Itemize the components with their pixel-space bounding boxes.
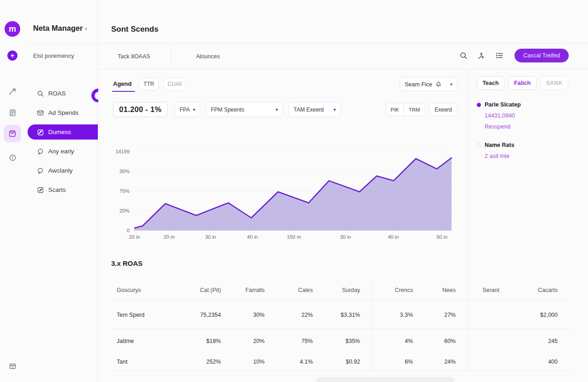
primary-action-button[interactable]: Cascal Treifed xyxy=(514,49,569,62)
sidebar-item-dumess[interactable]: Dumess xyxy=(28,124,98,140)
filter-tab-agend[interactable]: Agend xyxy=(113,80,131,87)
table-row[interactable]: Tem Sperd 75,2354 30% 22% $3,31% 3.3% 27… xyxy=(111,301,570,329)
filter-tab-ttr[interactable]: TTR xyxy=(139,78,159,90)
sidebar-item-awclanly[interactable]: Awclanly xyxy=(25,163,98,178)
table-cell: $3,31% xyxy=(325,312,372,318)
table-cell: 4.1% xyxy=(277,359,325,365)
button-exeerd[interactable]: Exeerd xyxy=(429,103,458,116)
sidebar-divider xyxy=(25,43,98,44)
panel-button-teach[interactable]: Teach xyxy=(477,76,504,90)
panel-divider xyxy=(468,69,469,280)
x-axis-tick-label: 40 in xyxy=(388,234,399,240)
table-cell: Tem Sperd xyxy=(111,312,180,318)
table-cell: $2,000 xyxy=(511,312,570,318)
table-row[interactable]: Tant 252% 10% 4.1% $0.92 6% 24% 400 xyxy=(111,353,570,371)
table-cell: 75% xyxy=(277,338,325,344)
column-header[interactable]: Nees xyxy=(425,287,468,293)
legend-link[interactable]: 2 asit Inte xyxy=(485,153,571,159)
list-icon[interactable] xyxy=(495,51,503,60)
table-cell: $35% xyxy=(325,338,372,344)
legend-dot-icon xyxy=(477,143,481,147)
table-cell: 6% xyxy=(372,353,425,371)
filter-tab-cuall[interactable]: CUAll xyxy=(164,78,186,90)
section-title: 3.x ROAS xyxy=(111,259,142,267)
table-cell: 22% xyxy=(277,312,325,318)
sidebar-item-any-early[interactable]: Any early xyxy=(25,144,98,159)
legend-dot-icon xyxy=(477,103,481,107)
table-cell: 30% xyxy=(233,312,277,318)
roas-table: Goscurys Cat (Pit) Farralls Cales Surday… xyxy=(111,280,570,371)
roas-area-chart: 020%75%30%14199 20 in20 m30 in40 in150 m… xyxy=(111,147,468,246)
bank-icon xyxy=(8,129,17,138)
chart-plot xyxy=(134,152,452,233)
header-tab-tack-8oaas[interactable]: Tack 8OAAS xyxy=(118,53,150,60)
table-cell: 10% xyxy=(233,359,277,365)
archive-rail-highlight[interactable] xyxy=(4,125,21,142)
app-name: Neta Manager xyxy=(33,24,83,32)
send-icon[interactable] xyxy=(9,88,17,96)
workspace-icon[interactable]: + xyxy=(7,51,17,61)
chevron-down-icon: ▾ xyxy=(85,26,87,32)
header-divider xyxy=(98,43,588,44)
sidebar-item-scarts[interactable]: Scarts xyxy=(25,182,98,197)
column-header[interactable]: Crencs xyxy=(372,280,425,300)
table-cell: 24% xyxy=(425,359,468,365)
sidebar-item-roas[interactable]: ROAS xyxy=(25,86,98,101)
share-icon[interactable] xyxy=(477,51,485,60)
chart-legend: Parle Slcatep 14431,0940 Resspend Name R… xyxy=(477,101,571,159)
column-header[interactable]: Surday xyxy=(325,287,372,293)
column-header[interactable]: Goscurys xyxy=(111,287,180,293)
table-cell: 60% xyxy=(425,338,468,344)
table-cell: 400 xyxy=(511,359,570,365)
toggle-trm[interactable]: TRM xyxy=(403,103,425,116)
legend-item-name-rats: Name Rats 2 asit Inte xyxy=(477,142,571,159)
archive-box-icon[interactable] xyxy=(9,362,17,370)
table-cell: $18% xyxy=(180,338,233,344)
chart-x-labels: 20 in20 m30 in40 in150 m30 in40 in50 in xyxy=(134,234,452,242)
x-axis-tick-label: 20 m xyxy=(164,234,175,240)
header-tab-alounces[interactable]: Alounces xyxy=(196,53,220,60)
table-cell: Jattme xyxy=(111,338,180,344)
toggle-pik[interactable]: PIK xyxy=(386,103,403,116)
sidebar-item-label: Any early xyxy=(48,148,74,155)
table-cell: Tant xyxy=(111,359,180,365)
table-cell xyxy=(468,353,511,371)
icon-rail: m + xyxy=(0,0,25,382)
panel-button-sank[interactable]: SANK xyxy=(540,76,568,90)
table-cell: 245 xyxy=(511,338,570,344)
sidebar-nav: ROAS Ad Spends Dumess Any early Awclanly… xyxy=(25,86,98,197)
legend-link[interactable]: Resspend xyxy=(485,124,571,130)
column-header[interactable]: Cat (Pit) xyxy=(180,287,233,293)
select-tam-exeerd[interactable]: TAM Exeerd ▾ xyxy=(288,102,341,117)
app-root: m + Neta Manager▾ Elst poremency ROAS xyxy=(0,0,588,382)
column-header[interactable]: Serant xyxy=(468,280,511,300)
document-icon[interactable] xyxy=(9,109,17,117)
workspace-switcher[interactable]: Neta Manager▾ xyxy=(33,24,87,33)
column-header[interactable]: Farralls xyxy=(233,287,277,293)
select-fpa[interactable]: FPA ▾ xyxy=(175,102,200,117)
column-header[interactable]: Cales xyxy=(277,287,325,293)
metric-value-box[interactable]: 01.200 - 1% xyxy=(113,102,168,117)
select-fpm-speents[interactable]: FPM Speents ▾ xyxy=(206,102,283,117)
chat-bubble-icon xyxy=(37,167,44,174)
table-cell xyxy=(468,329,511,353)
chevron-down-icon: ▾ xyxy=(276,107,278,112)
sidebar-item-ad-spends[interactable]: Ad Spends xyxy=(25,105,98,120)
sort-select[interactable]: Seam Fice ▾ xyxy=(400,77,458,91)
header-tab-divider xyxy=(171,44,171,68)
panel-button-falich[interactable]: Falich xyxy=(508,76,537,90)
table-cell: 3.3% xyxy=(372,301,425,329)
page-title: Sont Scends xyxy=(111,25,158,34)
chevron-down-icon: ▾ xyxy=(334,107,336,112)
toolbar-divider xyxy=(98,69,588,69)
column-header[interactable]: Cacarts xyxy=(511,287,570,293)
x-axis-tick-label: 30 in xyxy=(340,234,351,240)
legend-title: Name Rats xyxy=(485,142,514,148)
search-icon[interactable] xyxy=(459,51,468,60)
legend-link[interactable]: 14431,0940 xyxy=(485,112,571,119)
brand-logo[interactable]: m xyxy=(5,21,20,37)
table-row[interactable]: Jattme $18% 20% 75% $35% 4% 60% 245 xyxy=(111,329,570,353)
alert-circle-icon[interactable] xyxy=(9,154,17,162)
sidebar: Neta Manager▾ Elst poremency ROAS Ad Spe… xyxy=(25,0,98,382)
legend-item-parle-slcatep: Parle Slcatep 14431,0940 Resspend xyxy=(477,101,571,130)
